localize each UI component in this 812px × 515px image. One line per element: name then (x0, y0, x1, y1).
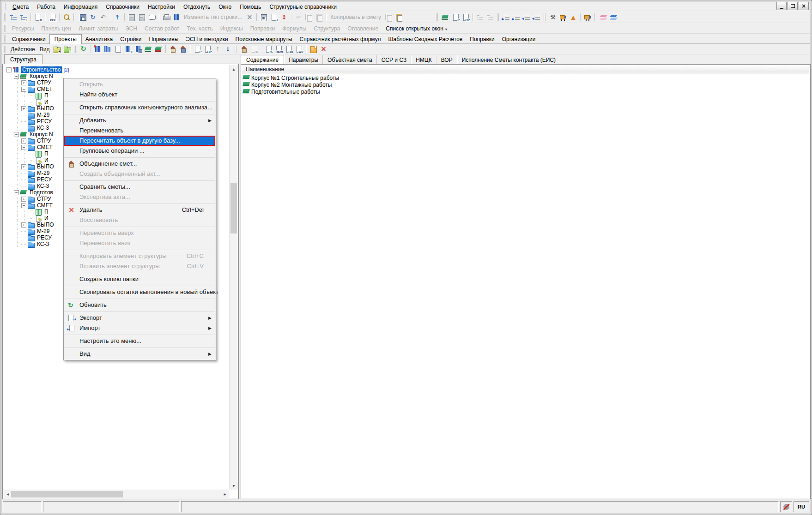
tree-node-label[interactable]: П (43, 209, 49, 215)
materials-icon[interactable]: ▲ (568, 12, 578, 22)
structure-tree-add-icon[interactable]: + (18, 12, 29, 22)
toolbar-grip[interactable] (497, 13, 500, 21)
doc-pr2-icon[interactable]: ПР (202, 45, 212, 54)
indent-left-icon[interactable]: ◂ (521, 12, 532, 22)
menubar-item[interactable]: Помощь (236, 3, 265, 11)
book-gear-icon[interactable] (143, 45, 153, 54)
toolbar-grip[interactable] (3, 3, 6, 10)
checkin-icon[interactable]: ↑ (112, 12, 122, 22)
tree-node-label[interactable]: СМЕТ (36, 144, 54, 150)
indent-left2-icon[interactable]: ◂ (532, 12, 542, 22)
context-menu-item[interactable]: Экспорт▶ (64, 313, 216, 323)
tree-node-label[interactable]: КС-3 (36, 125, 50, 131)
tree-node-label[interactable]: КС-3 (36, 183, 50, 189)
save-icon[interactable] (78, 12, 88, 22)
indent-up-icon[interactable]: ▴ (501, 12, 511, 22)
undo-icon[interactable]: ↶ (98, 12, 108, 22)
tab-ЭСН и методики[interactable]: ЭСН и методики (182, 35, 231, 43)
tree-node-label[interactable]: РЕСУ (36, 234, 53, 241)
tree-node-label[interactable]: Корпус N (29, 73, 54, 79)
doc-pr-icon[interactable]: ПР (461, 12, 471, 22)
tab-Поисковые маршруты[interactable]: Поисковые маршруты (232, 35, 296, 43)
column-header-name[interactable]: Наименование (242, 66, 809, 73)
pp-icon[interactable]: ПП (284, 45, 294, 54)
context-menu-item[interactable]: Обновить (64, 300, 216, 310)
tree-node-label[interactable]: КС-3 (36, 241, 50, 247)
tree-node-label[interactable]: И (43, 99, 49, 105)
percent2-icon[interactable]: % (263, 45, 273, 54)
toolbar-grip[interactable] (594, 13, 597, 21)
toolbar-grip[interactable] (4, 35, 7, 42)
tree-node-label[interactable]: Подготов (29, 189, 54, 196)
minimize-button[interactable] (776, 2, 787, 10)
refresh-icon[interactable]: ↻ (78, 45, 88, 54)
view-menu[interactable]: Вид (37, 46, 52, 53)
context-menu-item[interactable]: Добавить▶ (64, 115, 216, 126)
collapse-all-icon[interactable]: - (62, 45, 72, 54)
tree-node-label[interactable]: П (43, 150, 49, 157)
expand-icon[interactable]: + (21, 80, 26, 85)
scroll-up-button[interactable]: ▴ (230, 65, 238, 73)
context-menu-item[interactable]: УдалитьCtrl+Del (64, 205, 216, 215)
collapse-icon[interactable]: − (14, 132, 19, 137)
tree-node-label[interactable]: ВЫПО (36, 163, 55, 170)
tab-Справочники[interactable]: Справочники (8, 35, 49, 43)
language-indicator[interactable]: RU (794, 501, 809, 512)
open-windows-button[interactable]: Список открытых окон▾ (382, 25, 451, 32)
truck-icon[interactable] (558, 12, 568, 22)
restore-button[interactable] (788, 2, 798, 10)
close-button[interactable]: × (799, 2, 809, 10)
collapse-icon[interactable]: − (14, 74, 19, 79)
collapse-icon[interactable]: − (6, 67, 12, 72)
print-icon[interactable] (161, 12, 171, 22)
excel-export-icon[interactable]: X (33, 12, 43, 22)
price-book-icon[interactable] (440, 12, 450, 22)
tab-structure[interactable]: Структура (4, 54, 42, 64)
reload-icon[interactable]: ↻ (88, 12, 98, 22)
menubar-item[interactable]: Настройки (144, 3, 179, 11)
menubar-item[interactable]: Смета (8, 3, 33, 11)
tab-Организации[interactable]: Организации (498, 35, 539, 43)
collapse-icon[interactable]: − (14, 190, 19, 195)
collapse-icon[interactable]: − (21, 87, 26, 92)
expand-all-icon[interactable]: + (52, 45, 62, 54)
f3-icon[interactable]: Ф3 (294, 45, 304, 54)
machines-icon[interactable]: ⚒ (548, 12, 558, 22)
tree-node-label[interactable]: М-29 (36, 228, 50, 234)
m29-icon[interactable]: М29 (273, 45, 284, 54)
menubar-item[interactable]: Структурные справочники (265, 3, 341, 11)
sort-updown-icon[interactable]: ↕ (279, 12, 289, 22)
layers-pink-icon[interactable] (599, 12, 609, 22)
context-menu-item[interactable]: Пересчитать объект в другую базу... (64, 136, 215, 146)
server-download-icon[interactable] (137, 12, 147, 22)
menubar-item[interactable]: Окно (214, 3, 236, 11)
toolbar-grip[interactable] (73, 13, 76, 21)
tree-node-label[interactable]: СТРУ (36, 138, 52, 144)
list-item[interactable]: Подготовительные работы (242, 88, 810, 95)
tree-node-label[interactable]: СТРУ (36, 79, 52, 86)
print-object-icon[interactable] (171, 12, 182, 22)
tree-node-label[interactable]: ВЫПО (36, 222, 55, 228)
menubar-item[interactable]: Работа (33, 3, 60, 11)
save-object-icon[interactable] (133, 45, 143, 54)
merge-house-icon[interactable] (239, 45, 249, 54)
context-menu-item[interactable]: Объединение смет... (64, 159, 216, 169)
tab-ССР и СЗ[interactable]: ССР и СЗ (377, 55, 412, 65)
collapse-icon[interactable]: − (21, 145, 26, 150)
server-comment-icon[interactable] (147, 12, 157, 22)
toolbar-grip[interactable] (4, 25, 7, 32)
collapse-icon[interactable]: − (21, 203, 26, 208)
new-object-icon[interactable] (92, 45, 103, 54)
expand-icon[interactable]: + (21, 106, 26, 111)
tree-node-label[interactable]: РЕСУ (36, 176, 53, 183)
layers-blue-icon[interactable] (609, 12, 619, 22)
tree-node-label[interactable]: СМЕТ (36, 202, 54, 209)
delete-object-icon[interactable]: × (123, 45, 133, 54)
menubar-item[interactable]: Информация (60, 3, 102, 11)
context-menu-item[interactable]: Настроить это меню... (64, 336, 216, 346)
tree-node-label[interactable]: М-29 (36, 170, 50, 176)
doc-r-icon[interactable]: Р (450, 12, 461, 22)
object-calc-icon[interactable] (259, 12, 269, 22)
tab-Объектная смета[interactable]: Объектная смета (323, 55, 377, 65)
tree-node-label[interactable]: РЕСУ (36, 118, 53, 125)
